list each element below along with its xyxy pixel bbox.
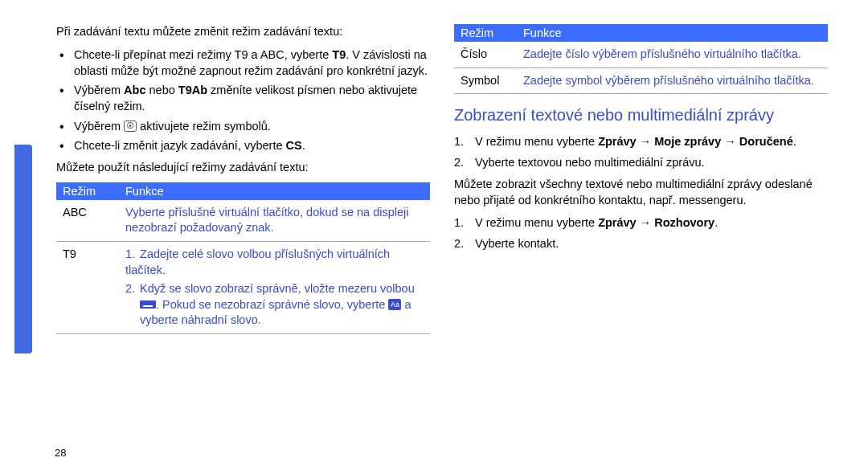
text: . [793, 135, 796, 148]
table-header: Funkce [517, 24, 828, 42]
text: V režimu menu vyberte [475, 135, 598, 148]
func-cell: Zadejte symbol výběrem příslušného virtu… [517, 67, 828, 94]
bold-text: Rozhovory [654, 216, 714, 229]
table-row: Číslo Zadejte číslo výběrem příslušného … [454, 42, 828, 67]
bold-text: Zprávy [598, 135, 637, 148]
func-cell: Zadejte číslo výběrem příslušného virtuá… [517, 42, 828, 67]
arrow: → [637, 216, 655, 229]
bullet-item: Výběrem Abc nebo T9Ab změníte velikost p… [74, 82, 430, 115]
text: aktivujete režim symbolů. [137, 120, 271, 133]
intro-text: Při zadávání textu můžete změnit režim z… [56, 24, 430, 40]
func-cell: Vyberte příslušné virtuální tlačítko, do… [119, 200, 430, 242]
table-row: ABC Vyberte příslušné virtuální tlačítko… [56, 200, 430, 242]
bold-text: Moje zprávy [654, 135, 721, 148]
text: Chcete-li přepínat mezi režimy T9 a ABC,… [74, 48, 332, 61]
right-column: Režim Funkce Číslo Zadejte číslo výběrem… [454, 24, 828, 345]
mode-cell: ABC [56, 200, 119, 242]
step-item: V režimu menu vyberte Zprávy → Moje zprá… [454, 133, 828, 149]
step-item: V režimu menu vyberte Zprávy → Rozhovory… [454, 215, 828, 231]
bullet-list: Chcete-li přepínat mezi režimy T9 a ABC,… [56, 47, 430, 154]
table-row: T9 1. Zadejte celé slovo volbou příslušn… [56, 242, 430, 334]
symbol-mode-icon [124, 121, 137, 132]
mode-cell: Symbol [454, 67, 517, 94]
bold-text: Zprávy [598, 216, 637, 229]
bold-text: T9 [332, 48, 346, 61]
text: Chcete-li změnit jazyk zadávání, vyberte [74, 139, 286, 152]
arrow: → [637, 135, 655, 148]
bold-text: Doručené [739, 135, 793, 148]
bold-text: Abc [124, 84, 145, 96]
space-key-icon [140, 300, 156, 309]
table-header: Režim [56, 182, 119, 200]
mode-cell: Číslo [454, 42, 517, 67]
table-header: Režim [454, 24, 517, 42]
sidebar-tab [14, 145, 32, 354]
modes-intro: Můžete použít následující režimy zadáván… [56, 160, 430, 176]
text: . Pokud se nezobrazí správné slovo, vybe… [156, 298, 388, 311]
page-number: 28 [55, 447, 66, 459]
text: V režimu menu vyberte [475, 216, 598, 229]
sidebar-tab-label: Používání základních funkcí [1, 137, 10, 264]
table-header: Funkce [119, 182, 430, 200]
text: Zadejte celé slovo volbou příslušných vi… [125, 247, 390, 276]
step-item: Vyberte textovou nebo multimediální zprá… [454, 154, 828, 170]
func-cell: 1. Zadejte celé slovo volbou příslušných… [119, 242, 430, 334]
arrow: → [721, 135, 739, 148]
bullet-item: Chcete-li změnit jazyk zadávání, vyberte… [74, 137, 430, 153]
bullet-item: Chcete-li přepínat mezi režimy T9 a ABC,… [74, 47, 430, 80]
steps-list-1: V režimu menu vyberte Zprávy → Moje zprá… [454, 133, 828, 170]
bold-text: CS [286, 139, 302, 152]
text: Výběrem [74, 120, 124, 133]
bullet-item: Výběrem aktivujete režim symbolů. [74, 118, 430, 134]
word-select-icon: Aa [388, 299, 401, 310]
step-item: Vyberte kontakt. [454, 235, 828, 251]
left-column: Při zadávání textu můžete změnit režim z… [56, 24, 430, 345]
text: nebo [145, 84, 178, 96]
table-row: Symbol Zadejte symbol výběrem příslušnéh… [454, 67, 828, 94]
steps-list-2: V režimu menu vyberte Zprávy → Rozhovory… [454, 215, 828, 251]
input-modes-table-cont: Režim Funkce Číslo Zadejte číslo výběrem… [454, 24, 828, 94]
input-modes-table: Režim Funkce ABC Vyberte příslušné virtu… [56, 182, 430, 334]
mode-cell: T9 [56, 242, 119, 334]
paragraph: Můžete zobrazit všechny textové nebo mul… [454, 177, 828, 208]
text: . [302, 139, 305, 152]
text: . [714, 216, 718, 229]
section-title: Zobrazení textové nebo multimediální zpr… [454, 105, 828, 125]
text: Když se slovo zobrazí správně, vložte me… [140, 282, 415, 295]
bold-text: T9Ab [178, 84, 207, 96]
text: Výběrem [74, 84, 124, 96]
